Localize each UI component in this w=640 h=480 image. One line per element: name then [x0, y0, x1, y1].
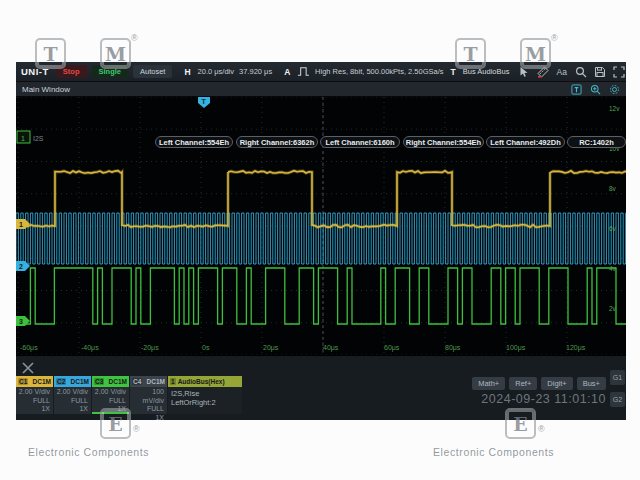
svg-text:Aa: Aa [557, 67, 568, 77]
channel-card-row: C1DC1M2.00 V/divFULL1XC2DC1M2.00 V/divFU… [16, 376, 242, 414]
registered-mark: ® [551, 33, 558, 43]
bus-decode-row: Left Channel:554EhRight Channel:6362hLef… [16, 97, 626, 355]
settings-gear-icon[interactable] [609, 84, 620, 95]
registered-mark: ® [131, 33, 138, 43]
add-bus-button[interactable]: Bus+ [577, 377, 606, 390]
watermark-caption: Electronic Components [28, 446, 149, 458]
bottom-bar: C1DC1M2.00 V/divFULL1XC2DC1M2.00 V/divFU… [16, 355, 626, 420]
g2-button[interactable]: G2 [610, 392, 625, 407]
menubar-icon-group [571, 84, 620, 95]
add-ref-button[interactable]: Ref+ [509, 377, 537, 390]
xy-mode-icon[interactable] [21, 361, 35, 375]
bus-decode-value: Left Channel:6160h [320, 136, 400, 148]
toolbar-icon-group: Aa [518, 66, 626, 78]
bus-decode-value: Left Channel:492Dh [486, 136, 565, 148]
trigger-delay-readout[interactable]: 37.920 μs [239, 67, 272, 76]
fullscreen-icon[interactable] [613, 66, 625, 78]
trigger-label-icon[interactable] [571, 84, 582, 95]
channel-card-c3[interactable]: C3DC1M2.00 V/divFULL1X [92, 376, 129, 414]
zoom-in-icon[interactable] [590, 84, 601, 95]
registered-mark: ® [133, 424, 140, 434]
trigger-source-readout[interactable]: Bus AudioBus [463, 67, 510, 76]
pulse-icon [297, 66, 310, 77]
uni-t-logo: UNI-T [21, 66, 49, 77]
watermark-caption: Electronic Components [433, 446, 554, 458]
oscilloscope-window: UNI-T Stop Single Autoset H 20.0 μs/div … [16, 62, 626, 419]
acquire-key[interactable]: A [282, 67, 292, 77]
timebase-readout[interactable]: 20.0 μs/div [198, 67, 234, 76]
trigger-key[interactable]: T [449, 67, 458, 77]
bus-decode-value: RC:1402h [567, 136, 626, 148]
bus-decode-value: Right Channel:554Eh [403, 136, 484, 148]
channel-card-c1[interactable]: C1DC1M2.00 V/divFULL1X [16, 376, 53, 414]
datetime-readout[interactable]: 2024-09-23 11:01:10 [481, 392, 606, 406]
waveform-display[interactable]: -60μs-40μs-20μs0s20μs40μs60μs80μs100μs12… [16, 97, 626, 355]
top-toolbar: UNI-T Stop Single Autoset H 20.0 μs/div … [16, 62, 626, 82]
registered-mark: ® [538, 424, 545, 434]
run-stop-button[interactable]: Stop [56, 65, 87, 78]
page: T M T M E E ® ® ® ® Electronic Component… [0, 0, 640, 480]
channel-card-c2[interactable]: C2DC1M2.00 V/divFULL1X [54, 376, 91, 414]
bus-decode-value: Left Channel:554Eh [155, 136, 233, 148]
search-icon[interactable] [575, 66, 587, 78]
single-button[interactable]: Single [92, 65, 129, 78]
window-title: Main Window [22, 85, 70, 94]
channel-card-c4[interactable]: C4DC1M100 mV/divFULL1X [130, 376, 167, 414]
horizontal-key[interactable]: H [182, 67, 192, 77]
window-menubar: Main Window [16, 82, 626, 97]
cursor-icon[interactable] [518, 66, 530, 78]
bus-card-audiobus[interactable]: 1AudioBus(Hex)I2S,RiseLeftOrRight:2 [168, 376, 242, 414]
bus-decode-value: Right Channel:6362h [236, 136, 318, 148]
annotate-icon[interactable]: Aa [556, 66, 568, 78]
add-math-button[interactable]: Math+ [472, 377, 505, 390]
add-buttons-row: Math+Ref+Digit+Bus+ [472, 377, 606, 390]
measure-icon[interactable] [537, 66, 549, 78]
g1-button[interactable]: G1 [610, 370, 625, 385]
autoset-button[interactable]: Autoset [133, 65, 172, 78]
acquire-info[interactable]: High Res, 8bit, 500.00kPts, 2.50GSa/s [315, 67, 443, 76]
save-icon[interactable] [594, 66, 606, 78]
add-digit-button[interactable]: Digit+ [541, 377, 572, 390]
